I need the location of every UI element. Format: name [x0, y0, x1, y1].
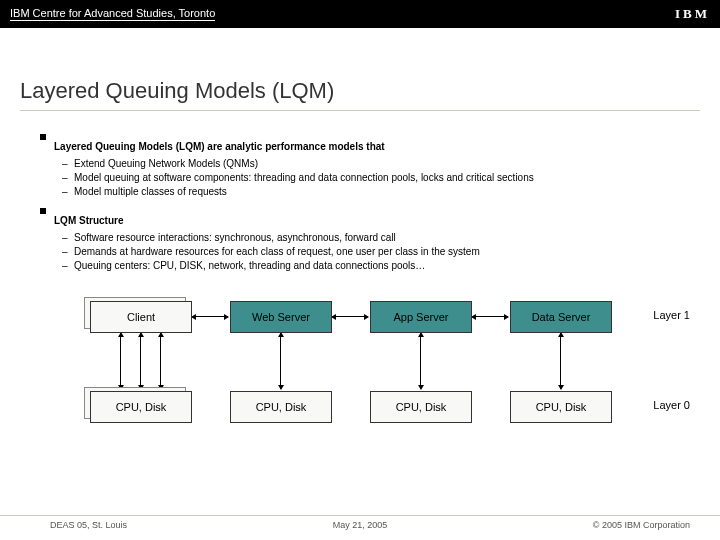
box-label: Web Server	[230, 301, 332, 333]
footer-right: © 2005 IBM Corporation	[593, 520, 690, 530]
section-2: LQM Structure	[40, 205, 720, 232]
layer0-label: Layer 0	[653, 399, 690, 411]
box-label: Data Server	[510, 301, 612, 333]
box-label: App Server	[370, 301, 472, 333]
box-label: CPU, Disk	[230, 391, 332, 423]
title-underline	[20, 110, 700, 111]
box-label: CPU, Disk	[510, 391, 612, 423]
bullet-square-icon	[40, 134, 46, 140]
box-data-server: Data Server	[510, 301, 620, 333]
ibm-logo-icon: IBM	[675, 6, 710, 22]
arrow-v-icon	[160, 333, 161, 389]
footer-center: May 21, 2005	[333, 520, 388, 530]
arrow-v-icon	[280, 333, 281, 389]
section-2-heading: LQM Structure	[54, 215, 123, 226]
box-cpu-disk-4: CPU, Disk	[510, 391, 620, 423]
section-1-item-3: –Model multiple classes of requests	[62, 186, 720, 197]
arrow-v-icon	[120, 333, 121, 389]
section-1-item-2: –Model queuing at software components: t…	[62, 172, 720, 183]
box-cpu-disk-2: CPU, Disk	[230, 391, 340, 423]
section-2-item-3: –Queuing centers: CPU, DISK, network, th…	[62, 260, 720, 271]
section-2-item-1: –Software resource interactions: synchro…	[62, 232, 720, 243]
box-app-server: App Server	[370, 301, 480, 333]
header-bar: IBM Centre for Advanced Studies, Toronto…	[0, 0, 720, 28]
section-1-item-1: –Extend Queuing Network Models (QNMs)	[62, 158, 720, 169]
box-client: Client	[90, 301, 200, 333]
section-1-heading: Layered Queuing Models (LQM) are analyti…	[54, 141, 385, 152]
box-label: CPU, Disk	[90, 391, 192, 423]
content-area: Layered Queuing Models (LQM) are analyti…	[40, 131, 720, 461]
footer-left: DEAS 05, St. Louis	[50, 520, 127, 530]
arrow-v-icon	[560, 333, 561, 389]
box-label: CPU, Disk	[370, 391, 472, 423]
layer1-label: Layer 1	[653, 309, 690, 321]
footer: DEAS 05, St. Louis May 21, 2005 © 2005 I…	[0, 515, 720, 530]
slide-title: Layered Queuing Models (LQM)	[20, 78, 720, 104]
arrow-v-icon	[140, 333, 141, 389]
bullet-square-icon	[40, 208, 46, 214]
box-cpu-disk-1: CPU, Disk	[90, 391, 200, 423]
box-web-server: Web Server	[230, 301, 340, 333]
box-label: Client	[90, 301, 192, 333]
section-1: Layered Queuing Models (LQM) are analyti…	[40, 131, 720, 158]
diagram-row-layer0: CPU, Disk CPU, Disk CPU, Disk CPU, Disk	[40, 391, 720, 423]
arrow-v-icon	[420, 333, 421, 389]
lqm-diagram: Client Web Server App Server Data Server…	[40, 301, 720, 461]
header-org: IBM Centre for Advanced Studies, Toronto	[10, 7, 215, 21]
diagram-row-layer1: Client Web Server App Server Data Server	[40, 301, 720, 333]
box-cpu-disk-3: CPU, Disk	[370, 391, 480, 423]
section-2-item-2: –Demands at hardware resources for each …	[62, 246, 720, 257]
